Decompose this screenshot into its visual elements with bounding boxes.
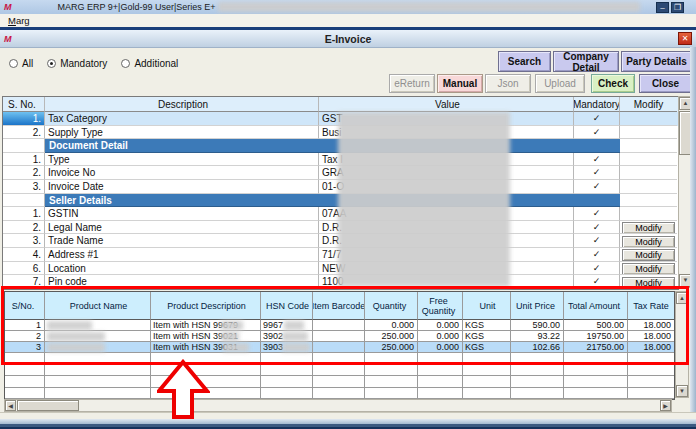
scroll-up-icon[interactable]: ▲ — [676, 292, 688, 304]
scroll-down-icon[interactable]: ▼ — [676, 385, 688, 397]
redacted-values — [338, 112, 510, 287]
row-sno: 1. — [3, 112, 45, 126]
company-detail-button[interactable]: Company Detail — [553, 51, 619, 72]
col-unit-price: Unit Price — [511, 292, 564, 320]
empty-item-row — [5, 353, 674, 365]
menu-item-marg[interactable]: Marg — [8, 15, 30, 26]
party-details-button[interactable]: Party Details — [621, 51, 692, 72]
modify-cell — [620, 126, 677, 140]
items-vertical-scrollbar[interactable]: ▲ ▼ — [675, 291, 689, 398]
redacted-description-tail — [223, 343, 249, 352]
row-sno: 3. — [3, 180, 45, 194]
radio-mandatory[interactable] — [47, 59, 56, 68]
row-description: Trade Name — [45, 234, 319, 248]
mandatory-check-icon: ✓ — [574, 180, 620, 194]
manual-button[interactable]: Manual — [437, 74, 483, 93]
row-sno: 1. — [3, 207, 45, 221]
scroll-left-icon[interactable]: ◀ — [5, 400, 16, 411]
row-sno: 2. — [3, 166, 45, 180]
ereturn-button[interactable]: eReturn — [389, 74, 435, 93]
mandatory-check-icon: ✓ — [574, 112, 620, 126]
col-sno: S/No. — [5, 292, 45, 320]
radio-all-label[interactable]: All — [22, 58, 33, 69]
modify-button[interactable]: Modify — [622, 236, 675, 248]
window-frame-bottom — [0, 424, 696, 429]
modify-cell — [620, 112, 677, 126]
row-description: Address #1 — [45, 248, 319, 262]
redacted-product-name — [47, 332, 105, 341]
maximize-button[interactable]: ❐ — [671, 2, 684, 13]
modify-button[interactable]: Modify — [622, 277, 675, 289]
dialog-close-button[interactable]: ✕ — [678, 32, 692, 45]
modify-cell — [620, 194, 677, 208]
item-barcode — [313, 320, 365, 331]
minimize-button[interactable]: – — [656, 2, 669, 13]
item-unit-price: 102.66 — [511, 342, 564, 353]
col-product-name: Product Name — [45, 292, 151, 320]
modify-button[interactable]: Modify — [622, 263, 675, 275]
item-free-qty: 0.000 — [418, 320, 463, 331]
item-tax-rate: 18.000 — [628, 342, 674, 353]
modify-cell — [620, 139, 677, 153]
items-horizontal-scrollbar[interactable]: ◀ ▶ — [4, 399, 672, 412]
menu-bar: Marg — [0, 14, 696, 28]
filter-radio-group: All Mandatory Additional — [9, 58, 178, 69]
up-arrow-annotation — [157, 359, 210, 420]
mandatory-check-icon: ✓ — [574, 221, 620, 235]
radio-all[interactable] — [9, 59, 18, 68]
dialog-title: E-Invoice — [0, 33, 696, 45]
search-button[interactable]: Search — [498, 51, 551, 72]
col-value: Value — [319, 97, 574, 112]
mandatory-check-icon: ✓ — [574, 166, 620, 180]
radio-additional-label[interactable]: Additional — [134, 58, 178, 69]
row-sno: 6. — [3, 262, 45, 276]
json-button[interactable]: Json — [485, 74, 531, 93]
window-title: MARG ERP 9+|Gold-99 User|Series E+ — [58, 2, 216, 12]
close-button[interactable]: Close — [639, 74, 692, 93]
radio-mandatory-label[interactable]: Mandatory — [60, 58, 107, 69]
row-description: Invoice No — [45, 166, 319, 180]
marg-erp-window: M MARG ERP 9+|Gold-99 User|Series E+ – ❐… — [0, 0, 696, 429]
col-total-amount: Total Amount — [564, 292, 628, 320]
redacted-hsn-tail — [284, 321, 304, 330]
modify-cell — [620, 207, 677, 221]
row-description: Legal Name — [45, 221, 319, 235]
row-description: Tax Category — [45, 112, 319, 126]
redacted-title-text — [218, 2, 640, 12]
row-description: Type — [45, 153, 319, 167]
col-product-description: Product Description — [151, 292, 261, 320]
empty-item-row — [5, 388, 674, 400]
item-tax-rate: 18.000 — [628, 320, 674, 331]
modify-button[interactable]: Modify — [622, 222, 675, 234]
item-row-2[interactable]: 2 Item with HSN 39021 3902 250.000 0.000… — [5, 331, 674, 342]
section-sno-cell — [3, 139, 45, 153]
row-sno: 2. — [3, 221, 45, 235]
col-tax-rate: Tax Rate — [628, 292, 674, 320]
mandatory-check-icon: ✓ — [574, 248, 620, 262]
item-total: 21750.00 — [564, 342, 628, 353]
item-barcode — [313, 331, 365, 342]
col-hsn-code: HSN Code — [261, 292, 313, 320]
mandatory-check-icon: ✓ — [574, 275, 620, 289]
row-sno: 3. — [3, 234, 45, 248]
item-unit-price: 590.00 — [511, 320, 564, 331]
item-row-3-selected[interactable]: 3 Item with HSN 39031 3903 250.000 0.000… — [5, 342, 674, 353]
scroll-right-icon[interactable]: ▶ — [660, 400, 671, 411]
item-row-1[interactable]: 1 Item with HSN 99679 9967 0.000 0.000 K… — [5, 320, 674, 331]
scroll-thumb[interactable] — [17, 400, 79, 411]
modify-cell: Modify — [620, 262, 677, 276]
modify-cell: Modify — [620, 248, 677, 262]
radio-additional[interactable] — [121, 59, 130, 68]
modify-button[interactable]: Modify — [622, 249, 675, 261]
item-free-qty: 0.000 — [418, 331, 463, 342]
redacted-description-tail — [221, 321, 243, 330]
check-button[interactable]: Check — [591, 74, 635, 93]
empty-item-row — [5, 365, 674, 377]
dialog-titlebar: M E-Invoice ✕ — [0, 30, 696, 48]
item-free-qty: 0.000 — [418, 342, 463, 353]
row-sno: 2. — [3, 126, 45, 140]
upload-button[interactable]: Upload — [535, 74, 585, 93]
row-sno: 1. — [3, 153, 45, 167]
item-tax-rate: 18.000 — [628, 331, 674, 342]
mandatory-check-icon: ✓ — [574, 126, 620, 140]
